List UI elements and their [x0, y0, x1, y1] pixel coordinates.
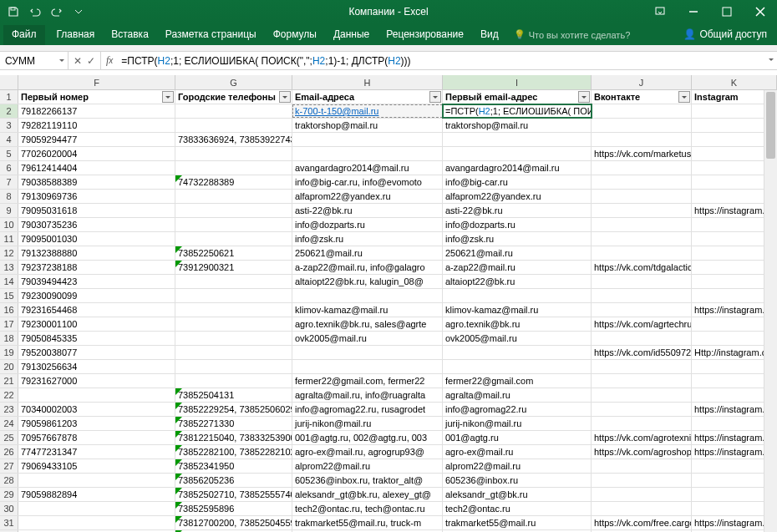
tab-home[interactable]: Главная — [48, 25, 104, 45]
cell[interactable] — [592, 459, 692, 473]
cell[interactable]: a-zap22@mail.ru, info@galagro — [292, 261, 443, 274]
cell[interactable] — [18, 516, 175, 529]
cell[interactable]: https://vk.com/agrtechru — [592, 317, 692, 331]
table-header-cell[interactable]: Email-адреса — [292, 90, 443, 104]
cell[interactable]: 73852595896 — [175, 502, 292, 515]
cell[interactable]: 70957667878 — [18, 431, 175, 444]
save-icon[interactable] — [3, 3, 23, 21]
cell[interactable]: 73856205236 — [175, 474, 292, 487]
cell[interactable] — [592, 303, 692, 317]
table-header-cell[interactable]: Вконтакте — [592, 90, 692, 104]
cell[interactable] — [592, 204, 692, 217]
filter-dropdown-icon[interactable] — [279, 91, 291, 103]
cell[interactable] — [592, 403, 692, 416]
cell[interactable]: 73812700200, 73852504559 — [175, 516, 292, 529]
cell[interactable]: klimov-kamaz@mail.ru — [292, 303, 443, 317]
cell[interactable]: 79612414404 — [18, 161, 175, 175]
table-header-cell[interactable]: Первый номер — [18, 90, 175, 104]
cell[interactable]: 001@agtg.ru, 002@agtg.ru, 003 — [292, 431, 443, 444]
cell[interactable] — [592, 232, 692, 246]
cell[interactable]: info@dozparts.ru — [443, 218, 592, 231]
cell[interactable]: https://vk.com/free.cargo — [592, 516, 692, 529]
cell[interactable]: alfaprom22@yandex.ru — [292, 190, 443, 203]
cell[interactable] — [175, 275, 292, 288]
expand-formula-bar-icon[interactable] — [769, 58, 774, 63]
row-header[interactable]: 29 — [0, 488, 18, 501]
cell[interactable]: 79182266137 — [18, 104, 175, 118]
cell[interactable]: 73852502710, 73852555740 — [175, 488, 292, 501]
filter-dropdown-icon[interactable] — [429, 91, 441, 103]
cell[interactable]: k-700-t-150@mail.ru — [292, 104, 443, 118]
row-header[interactable]: 26 — [0, 445, 18, 459]
cell[interactable]: 73812215040, 73833253900, 7383 — [175, 431, 292, 444]
cell[interactable]: 77026020004 — [18, 147, 175, 160]
cell[interactable] — [592, 104, 692, 118]
row-header[interactable]: 7 — [0, 175, 18, 189]
cell[interactable]: alprom22@mail.ru — [443, 459, 592, 473]
cell[interactable]: https://vk.com/marketusa — [592, 147, 692, 160]
cell[interactable]: 250621@mail.ru — [443, 246, 592, 260]
redo-icon[interactable] — [47, 3, 67, 21]
cell[interactable] — [292, 360, 443, 373]
cell[interactable] — [592, 119, 692, 132]
name-box[interactable]: СУММ — [0, 52, 69, 69]
cell[interactable]: info@zsk.ru — [292, 232, 443, 246]
row-header[interactable]: 24 — [0, 417, 18, 430]
cell[interactable]: 73852504131 — [175, 388, 292, 402]
share-button[interactable]: 👤 Общий доступ — [677, 27, 774, 45]
row-header[interactable]: 23 — [0, 403, 18, 416]
cell[interactable]: https://vk.com/tdgalactica — [592, 261, 692, 274]
table-header-cell[interactable]: Городские телефоны — [175, 90, 292, 104]
tab-insert[interactable]: Вставка — [103, 25, 157, 45]
minimize-icon[interactable] — [677, 0, 710, 23]
cell[interactable]: tech2@ontac.ru, tech@ontac.ru — [292, 502, 443, 515]
cell[interactable] — [175, 332, 292, 345]
cell[interactable] — [292, 289, 443, 302]
row-header[interactable]: 17 — [0, 317, 18, 331]
close-icon[interactable] — [744, 0, 777, 23]
cell[interactable] — [592, 474, 692, 487]
row-header[interactable]: 9 — [0, 204, 18, 217]
cell[interactable]: 79520038077 — [18, 346, 175, 359]
cell[interactable] — [18, 474, 175, 487]
tab-view[interactable]: Вид — [472, 25, 507, 45]
cell[interactable]: 73852250621 — [175, 246, 292, 260]
vertical-scrollbar[interactable] — [764, 90, 777, 532]
undo-icon[interactable] — [25, 3, 45, 21]
cell[interactable] — [292, 147, 443, 160]
col-header-I[interactable]: I — [443, 75, 592, 89]
cell[interactable]: altaiopt22@bk.ru — [443, 275, 592, 288]
cell[interactable] — [592, 502, 692, 515]
cell[interactable] — [592, 374, 692, 388]
cell[interactable] — [592, 289, 692, 302]
cell[interactable]: =ПСТР(H2;1; ЕСЛИОШИБКА( ПОИСК(",";H2;1)-… — [443, 104, 592, 118]
cell[interactable]: agro.texnik@bk.ru — [443, 317, 592, 331]
tab-data[interactable]: Данные — [325, 25, 378, 45]
row-header[interactable]: 14 — [0, 275, 18, 288]
cell[interactable]: 79038588389 — [18, 175, 175, 189]
cell[interactable] — [175, 218, 292, 231]
cell[interactable]: info@dozparts.ru — [292, 218, 443, 231]
cell[interactable]: agralta@mail.ru, info@ruagralta — [292, 388, 443, 402]
cell[interactable]: 79132388880 — [18, 246, 175, 260]
cell[interactable]: info@agromag22.ru — [443, 403, 592, 416]
tab-review[interactable]: Рецензирование — [378, 25, 472, 45]
cell[interactable] — [592, 388, 692, 402]
tab-page-layout[interactable]: Разметка страницы — [157, 25, 265, 45]
cell[interactable] — [592, 218, 692, 231]
qat-customize-icon[interactable] — [69, 3, 89, 21]
row-header[interactable]: 18 — [0, 332, 18, 345]
cell[interactable] — [443, 147, 592, 160]
row-header[interactable]: 1 — [0, 90, 18, 104]
cell[interactable] — [592, 488, 692, 501]
table-header-cell[interactable]: Первый email-адрес — [443, 90, 592, 104]
cell[interactable]: jurij-nikon@mail.ru — [443, 417, 592, 430]
cell[interactable]: 79130969736 — [18, 190, 175, 203]
cell[interactable]: 73912900321 — [175, 261, 292, 274]
cell[interactable]: agro.texnik@bk.ru, sales@agrte — [292, 317, 443, 331]
cell[interactable]: jurij-nikon@mail.ru — [292, 417, 443, 430]
cell[interactable]: 605236@inbox.ru — [443, 474, 592, 487]
cell[interactable]: klimov-kamaz@mail.ru — [443, 303, 592, 317]
cell[interactable]: 79231627000 — [18, 374, 175, 388]
cell[interactable]: https://vk.com/agroshop22 — [592, 445, 692, 459]
